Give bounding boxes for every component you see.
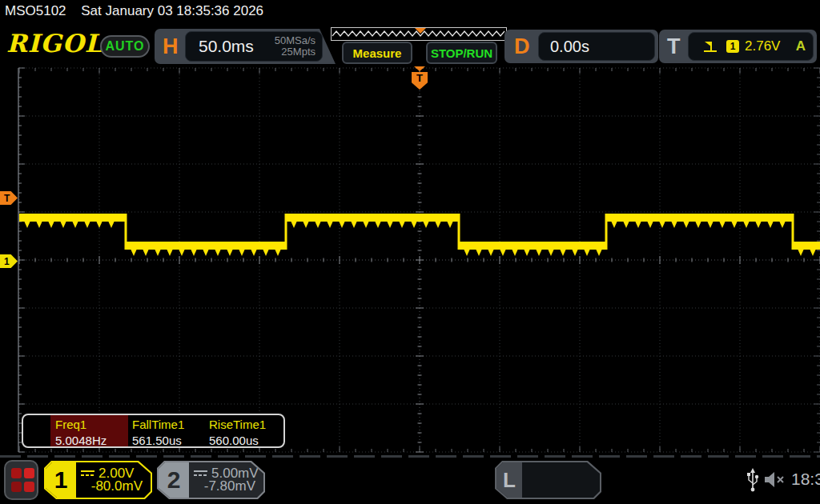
logic-analyzer-badge[interactable]: L 0 1 2 3 4 5 6 7 8 9 1011 12131415: [495, 461, 601, 499]
digital-channels-row1: 0 1 2 3 4 5 6 7: [529, 495, 611, 504]
channel2-badge[interactable]: 2 5.00mV -7.80mV: [157, 461, 265, 499]
logic-analyzer-body: L 0 1 2 3 4 5 6 7 8 9 1011 12131415: [496, 462, 600, 498]
measurement-label: RiseTime1: [209, 418, 284, 431]
memory-depth: 25Mpts: [275, 46, 316, 58]
trigger-position-pointer-icon: [414, 66, 425, 71]
graticule: [0, 67, 820, 453]
model-name: MSO5102: [5, 3, 66, 18]
menu-grid-icon: [24, 482, 34, 492]
horizontal-label: H: [163, 36, 179, 58]
trigger-box[interactable]: 1 2.76V A: [688, 32, 814, 61]
stop-run-button[interactable]: STOP/RUN: [426, 42, 497, 64]
menu-grid-icon: [11, 468, 22, 478]
menu-grid-button[interactable]: [4, 460, 38, 500]
oscilloscope-screen: MSO5102 Sat January 03 18:35:36 2026 RIG…: [0, 0, 820, 504]
trigger-source-badge: 1: [726, 40, 739, 53]
trigger-sweep-mode: A: [796, 38, 806, 54]
channel1-offset: -80.0mV: [91, 478, 143, 494]
menu-grid-icon: [24, 468, 34, 478]
status-bar: MSO5102 Sat January 03 18:35:36 2026: [5, 3, 263, 19]
channel1-badge-body: 1 2.00V -80.0mV: [46, 462, 151, 498]
horizontal-preview-strip[interactable]: [331, 27, 507, 41]
measurement-value: 561.50us: [132, 434, 207, 447]
channel1-marker-label: 1: [4, 256, 10, 267]
channel1-number: 1: [46, 462, 76, 498]
acquisition-mode-badge: AUTO: [100, 35, 150, 58]
channel2-badge-body: 2 5.00mV -7.80mV: [159, 462, 263, 498]
dc-coupling-icon: [81, 470, 94, 476]
speaker-muted-icon: [763, 470, 787, 490]
trigger-label: T: [667, 36, 681, 58]
rigol-logo: RIGOL: [6, 29, 103, 58]
horizontal-tab[interactable]: H 50.0ms 50MSa/s 25Mpts: [155, 29, 336, 64]
trigger-tab[interactable]: T 1 2.76V A: [659, 30, 817, 63]
preview-trigger-position-icon: [415, 28, 426, 34]
usb-icon: [746, 467, 760, 493]
delay-box[interactable]: 0.00s: [538, 32, 655, 61]
falling-edge-icon: [703, 40, 718, 54]
delay-value: 0.00s: [550, 38, 589, 56]
measurement-value: 5.0048Hz: [55, 434, 131, 447]
horizontal-settings[interactable]: 50.0ms 50MSa/s 25Mpts: [185, 31, 323, 62]
measurement-falltime[interactable]: FallTime1 561.50us: [132, 418, 207, 447]
measurement-label: Freq1: [55, 418, 131, 431]
timebase-value: 50.0ms: [199, 37, 254, 56]
datetime: Sat January 03 18:35:36 2026: [81, 3, 263, 18]
measurement-label: FallTime1: [132, 418, 207, 431]
trigger-level-value: 2.76V: [745, 38, 780, 54]
measurement-panel[interactable]: Freq1 5.0048Hz FallTime1 561.50us RiseTi…: [22, 414, 285, 448]
delay-label: D: [514, 36, 530, 58]
sample-rate-block: 50MSa/s 25Mpts: [275, 35, 316, 58]
sample-rate: 50MSa/s: [275, 35, 316, 46]
dc-coupling-icon: [194, 470, 207, 476]
measurement-risetime[interactable]: RiseTime1 560.00us: [209, 418, 284, 447]
measurement-value: 560.00us: [209, 434, 284, 447]
digital-channel-numbers: 0 1 2 3 4 5 6 7 8 9 1011 12131415: [529, 466, 611, 504]
bottom-separator: [0, 455, 820, 458]
channel2-offset: -7.80mV: [204, 478, 255, 494]
delay-tab[interactable]: D 0.00s: [504, 30, 658, 63]
menu-grid-icon: [11, 482, 22, 492]
trigger-level-marker-label: T: [4, 193, 10, 204]
clock: 18:35: [791, 470, 820, 489]
measurement-freq[interactable]: Freq1 5.0048Hz: [55, 418, 131, 447]
channel1-badge[interactable]: 1 2.00V -80.0mV: [44, 461, 152, 499]
channel2-number: 2: [159, 462, 189, 498]
measure-button[interactable]: Measure: [342, 42, 412, 64]
logic-analyzer-label: L: [496, 462, 522, 498]
